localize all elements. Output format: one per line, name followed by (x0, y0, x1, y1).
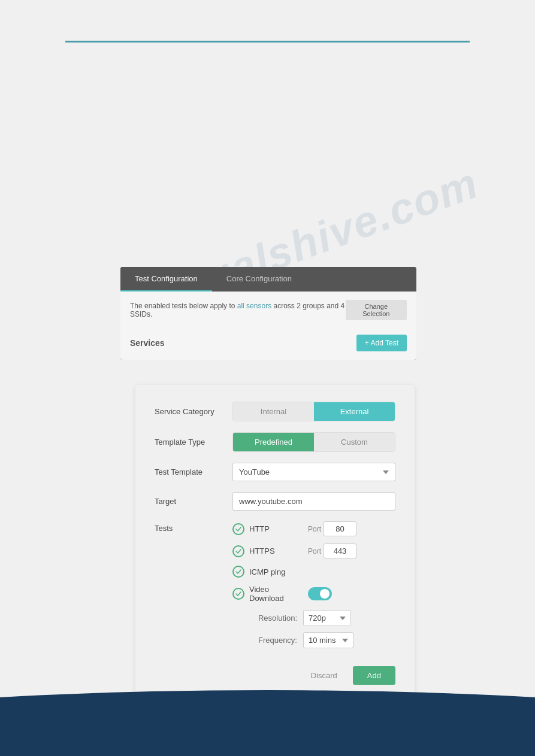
tab-test-configuration[interactable]: Test Configuration (120, 267, 212, 292)
info-text: The enabled tests below apply to all sen… (130, 302, 346, 318)
service-category-row: Service Category Internal External (155, 402, 395, 421)
check-icon-https (232, 545, 244, 557)
port-label-http: Port (308, 525, 321, 533)
change-selection-button[interactable]: Change Selection (346, 300, 407, 320)
target-input[interactable] (232, 492, 395, 511)
test-item-video-download: Video Download (232, 585, 395, 603)
footer-wave (0, 690, 535, 756)
tests-list: HTTP Port HTTPS Port (232, 521, 395, 654)
test-template-control: YouTube (232, 463, 395, 481)
tests-section: Tests HTTP Port (155, 521, 395, 654)
discard-button[interactable]: Discard (301, 666, 347, 685)
target-row: Target (155, 492, 395, 511)
test-item-http: HTTP Port (232, 521, 395, 536)
test-template-row: Test Template YouTube (155, 463, 395, 481)
custom-toggle[interactable]: Custom (314, 433, 395, 451)
frequency-row: Frequency: 10 mins (249, 632, 395, 648)
tab-bar: Test Configuration Core Configuration (120, 267, 416, 292)
port-label-https: Port (308, 547, 321, 555)
test-config-panel: Test Configuration Core Configuration Th… (120, 267, 416, 360)
services-label: Services (130, 338, 165, 348)
test-template-select[interactable]: YouTube (232, 463, 395, 481)
test-name-https: HTTPS (249, 546, 303, 555)
add-button[interactable]: Add (353, 666, 395, 685)
template-type-toggle-group: Predefined Custom (232, 432, 395, 452)
resolution-select[interactable]: 720p (303, 610, 351, 626)
test-item-icmp: ICMP ping (232, 566, 395, 578)
template-type-row: Template Type Predefined Custom (155, 432, 395, 452)
test-name-video-download: Video Download (249, 585, 303, 603)
test-item-https: HTTPS Port (232, 544, 395, 558)
service-category-control: Internal External (232, 402, 395, 421)
external-toggle[interactable]: External (314, 402, 395, 421)
check-icon-http (232, 523, 244, 535)
port-group-http: Port (308, 521, 356, 536)
add-service-panel: Service Category Internal External Templ… (135, 385, 415, 702)
video-download-slider (308, 587, 332, 600)
internal-toggle[interactable]: Internal (233, 402, 314, 421)
target-label: Target (155, 497, 232, 506)
test-name-http: HTTP (249, 524, 303, 533)
video-download-toggle[interactable] (308, 587, 332, 600)
check-icon-icmp (232, 566, 244, 578)
frequency-select[interactable]: 10 mins (303, 632, 353, 648)
add-test-button[interactable]: + Add Test (356, 335, 407, 351)
service-category-label: Service Category (155, 407, 232, 416)
template-type-label: Template Type (155, 438, 232, 447)
port-input-http[interactable] (324, 521, 356, 536)
top-bar (65, 41, 470, 42)
video-download-sub-form: Resolution: 720p Frequency: 10 mins (249, 610, 395, 648)
resolution-label: Resolution: (249, 614, 297, 623)
target-control (232, 492, 395, 511)
tab-content: The enabled tests below apply to all sen… (120, 292, 416, 360)
services-row: Services + Add Test (130, 330, 407, 351)
test-name-icmp: ICMP ping (249, 567, 303, 576)
test-template-label: Test Template (155, 467, 232, 476)
port-input-https[interactable] (324, 544, 356, 558)
template-type-control: Predefined Custom (232, 432, 395, 452)
tab-core-configuration[interactable]: Core Configuration (212, 267, 306, 292)
service-category-toggle-group: Internal External (232, 402, 395, 421)
frequency-label: Frequency: (249, 636, 297, 645)
info-bar: The enabled tests below apply to all sen… (130, 300, 407, 320)
check-icon-video-download (232, 588, 244, 600)
resolution-row: Resolution: 720p (249, 610, 395, 626)
action-row: Discard Add (155, 666, 395, 685)
tests-label: Tests (155, 521, 232, 654)
port-group-https: Port (308, 544, 356, 558)
predefined-toggle[interactable]: Predefined (233, 433, 314, 451)
